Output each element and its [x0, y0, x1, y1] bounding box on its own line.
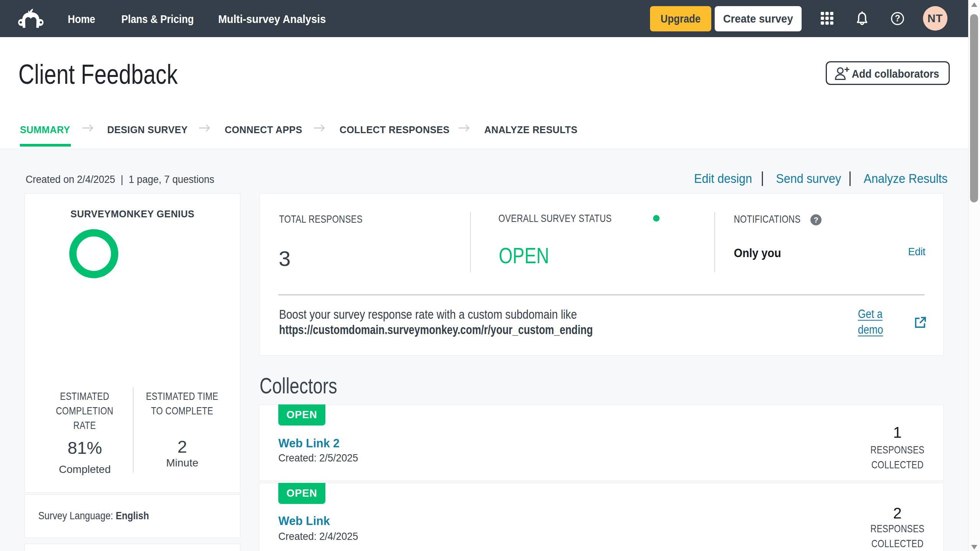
svg-text:?: ?: [813, 216, 818, 224]
svg-text:?: ?: [895, 13, 900, 23]
